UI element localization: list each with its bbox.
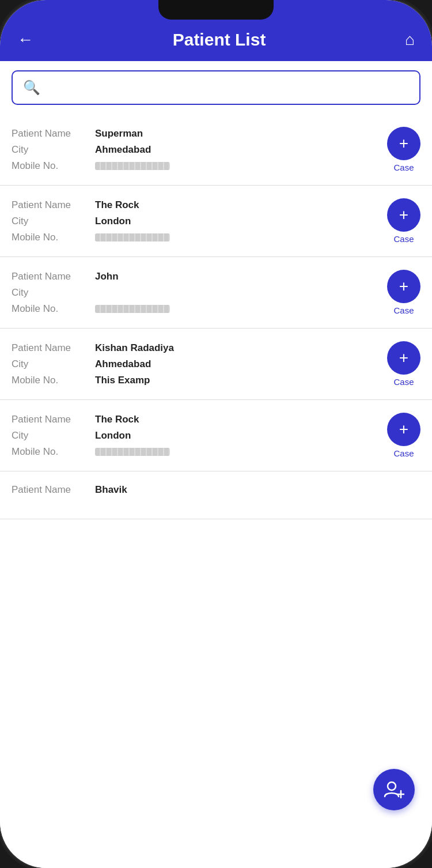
city-label: City (12, 287, 95, 299)
patient-name-label: Patient Name (12, 271, 95, 282)
mobile-redacted (95, 162, 170, 170)
search-input[interactable] (47, 82, 409, 94)
patient-name-value: The Rock (95, 414, 139, 425)
city-value: Ahmedabad (95, 144, 151, 156)
patient-name-label: Patient Name (12, 199, 95, 211)
list-item: Patient Name The Rock City London Mobile… (0, 400, 432, 471)
screen: ← Patient List ⌂ 🔍 Patient Name Superman (0, 0, 432, 868)
mobile-line: Mobile No. (12, 303, 381, 315)
name-line: Patient Name The Rock (12, 199, 381, 211)
person-add-icon (384, 779, 404, 800)
patient-name-value: The Rock (95, 199, 139, 211)
add-case-button[interactable]: + Case (387, 413, 420, 458)
search-icon: 🔍 (23, 80, 40, 96)
patient-name-label: Patient Name (12, 342, 95, 354)
list-item: Patient Name Kishan Radadiya City Ahmeda… (0, 329, 432, 400)
patient-list: Patient Name Superman City Ahmedabad Mob… (0, 114, 432, 868)
name-line: Patient Name Superman (12, 128, 381, 139)
city-line: City Ahmedabad (12, 144, 381, 156)
mobile-line: Mobile No. (12, 446, 381, 458)
city-label: City (12, 216, 95, 227)
mobile-line: Mobile No. (12, 232, 381, 243)
list-item: Patient Name Superman City Ahmedabad Mob… (0, 114, 432, 186)
city-line: City (12, 287, 381, 299)
case-label: Case (393, 377, 414, 387)
case-circle-icon: + (387, 341, 420, 375)
mobile-label: Mobile No. (12, 232, 95, 243)
mobile-line: Mobile No. This Examp (12, 375, 381, 386)
case-circle-icon: + (387, 270, 420, 303)
city-label: City (12, 144, 95, 156)
case-circle-icon: + (387, 127, 420, 160)
patient-info: Patient Name Kishan Radadiya City Ahmeda… (12, 342, 381, 386)
home-button[interactable]: ⌂ (405, 31, 415, 49)
patient-name-value: John (95, 271, 119, 282)
case-circle-icon: + (387, 413, 420, 446)
mobile-line: Mobile No. (12, 160, 381, 172)
city-label: City (12, 358, 95, 370)
city-label: City (12, 430, 95, 441)
search-container: 🔍 (0, 61, 432, 114)
notch (158, 0, 274, 20)
city-line: City London (12, 216, 381, 227)
city-value: London (95, 216, 131, 227)
patient-name-label: Patient Name (12, 414, 95, 425)
patient-name-label: Patient Name (12, 484, 95, 496)
back-button[interactable]: ← (17, 31, 33, 49)
list-item: Patient Name Bhavik (0, 471, 432, 519)
patient-name-label: Patient Name (12, 128, 95, 139)
case-label: Case (393, 448, 414, 458)
add-case-button[interactable]: + Case (387, 270, 420, 315)
mobile-label: Mobile No. (12, 446, 95, 458)
list-item: Patient Name John City Mobile No. + Case (0, 257, 432, 329)
mobile-label: Mobile No. (12, 303, 95, 315)
mobile-redacted (95, 448, 170, 456)
search-box: 🔍 (12, 70, 420, 105)
mobile-redacted (95, 233, 170, 241)
phone-frame: ← Patient List ⌂ 🔍 Patient Name Superman (0, 0, 432, 868)
name-line: Patient Name Bhavik (12, 484, 420, 496)
city-value: Ahmedabad (95, 358, 151, 370)
patient-name-value: Superman (95, 128, 143, 139)
mobile-redacted (95, 305, 170, 313)
patient-info: Patient Name Bhavik (12, 484, 420, 496)
name-line: Patient Name Kishan Radadiya (12, 342, 381, 354)
patient-info: Patient Name John City Mobile No. (12, 271, 381, 315)
mobile-label: Mobile No. (12, 160, 95, 172)
page-title: Patient List (33, 30, 405, 50)
case-label: Case (393, 163, 414, 172)
case-label: Case (393, 305, 414, 315)
case-label: Case (393, 234, 414, 244)
name-line: Patient Name John (12, 271, 381, 282)
mobile-value: This Examp (95, 375, 150, 386)
patient-name-value: Bhavik (95, 484, 127, 496)
mobile-label: Mobile No. (12, 375, 95, 386)
list-item: Patient Name The Rock City London Mobile… (0, 186, 432, 257)
add-case-button[interactable]: + Case (387, 198, 420, 244)
patient-name-value: Kishan Radadiya (95, 342, 174, 354)
add-case-button[interactable]: + Case (387, 341, 420, 387)
add-patient-fab[interactable] (373, 769, 415, 810)
add-case-button[interactable]: + Case (387, 127, 420, 172)
name-line: Patient Name The Rock (12, 414, 381, 425)
city-line: City Ahmedabad (12, 358, 381, 370)
city-line: City London (12, 430, 381, 441)
patient-info: Patient Name Superman City Ahmedabad Mob… (12, 128, 381, 172)
city-value: London (95, 430, 131, 441)
patient-info: Patient Name The Rock City London Mobile… (12, 199, 381, 243)
patient-info: Patient Name The Rock City London Mobile… (12, 414, 381, 458)
case-circle-icon: + (387, 198, 420, 232)
svg-point-0 (388, 782, 396, 790)
